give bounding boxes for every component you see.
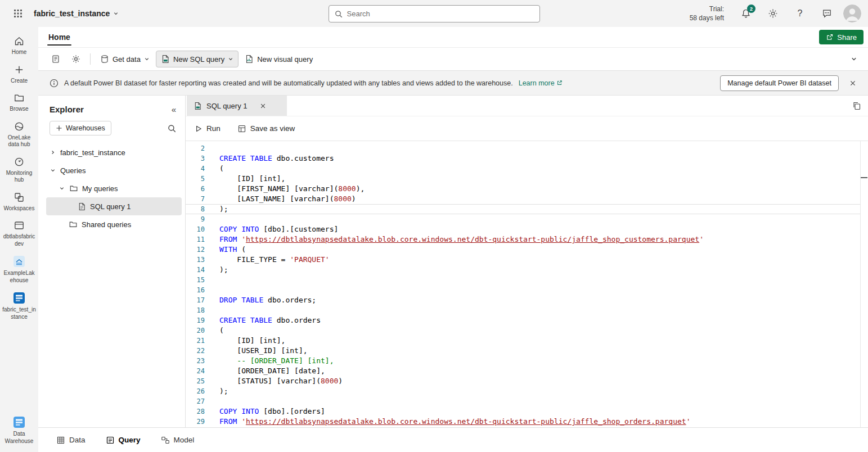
code-line[interactable]: 4( xyxy=(186,164,868,174)
sidebar-item-monitoring-hub[interactable]: Monitoring hub xyxy=(1,152,37,188)
learn-more-link[interactable]: Learn more xyxy=(519,79,563,87)
sidebar-item-examplelakehouse[interactable]: ExampleLakehouse xyxy=(1,251,37,288)
view-query-button[interactable]: Query xyxy=(106,436,141,445)
explorer-tree: fabric_test_instance Queries xyxy=(38,141,185,233)
waffle-icon xyxy=(14,9,23,18)
code-line[interactable]: 21 [ID] [int], xyxy=(186,336,868,346)
warehouse-settings-button[interactable] xyxy=(66,51,86,67)
view-query-label: Query xyxy=(119,436,141,444)
code-line[interactable]: 7 [LAST_NAME] [varchar](8000) xyxy=(186,194,868,204)
code-line[interactable]: 26); xyxy=(186,386,868,396)
tree-item-warehouse-root[interactable]: fabric_test_instance xyxy=(46,143,182,161)
code-line[interactable]: 24 [ORDER_DATE] [date], xyxy=(186,366,868,376)
tab-sql-query-1[interactable]: SQL query 1 xyxy=(187,96,287,116)
banner-message-text: A default Power BI dataset for faster re… xyxy=(64,79,513,87)
code-line[interactable]: 16 xyxy=(186,285,868,295)
line-text: ( xyxy=(205,326,224,336)
feedback-button[interactable] xyxy=(816,3,838,24)
tree-item-my-queries[interactable]: My queries xyxy=(46,179,182,197)
code-line[interactable]: 10COPY INTO [dbo].[customers] xyxy=(186,224,868,234)
sidebar-item-data-warehouse[interactable]: Data Warehouse xyxy=(1,412,37,449)
explorer-search-button[interactable] xyxy=(168,124,176,133)
tree-item-sql-query-1[interactable]: SQL query 1 xyxy=(46,197,182,215)
banner-close-button[interactable] xyxy=(844,75,861,92)
code-line[interactable]: 2 xyxy=(186,143,868,153)
code-line[interactable]: 29FROM 'https://dbtlabsynapsedatalake.bl… xyxy=(186,417,868,427)
code-line[interactable]: 12WITH ( xyxy=(186,245,868,255)
folder-icon xyxy=(14,92,25,103)
sidebar-item-onelake-data-hub[interactable]: OneLake data hub xyxy=(1,117,37,152)
workspace-switcher[interactable]: fabric_test_instance xyxy=(29,6,123,21)
tree-item-shared-queries[interactable]: Shared queries xyxy=(46,215,182,233)
code-line[interactable]: 17DROP TABLE dbo.orders; xyxy=(186,295,868,305)
code-line[interactable]: 23 -- [ORDER_DATE] [int], xyxy=(186,356,868,366)
notifications-button[interactable]: 2 xyxy=(735,3,757,24)
code-line[interactable]: 19CREATE TABLE dbo.orders xyxy=(186,315,868,326)
run-button[interactable]: Run xyxy=(195,124,221,133)
code-line[interactable]: 8); xyxy=(186,204,868,214)
code-line[interactable]: 15 xyxy=(186,275,868,285)
sidebar-item-create[interactable]: Create xyxy=(1,60,37,89)
collapse-pane-icon[interactable]: « xyxy=(172,105,176,114)
code-line[interactable]: 27 xyxy=(186,396,868,406)
editor-scrollbar[interactable] xyxy=(860,141,868,427)
help-button[interactable]: ? xyxy=(789,3,811,24)
account-avatar[interactable] xyxy=(843,4,861,22)
sidebar-item-workspaces[interactable]: Workspaces xyxy=(1,188,37,216)
sql-query-icon xyxy=(194,102,202,110)
manage-default-dataset-button[interactable]: Manage default Power BI dataset xyxy=(720,75,839,91)
code-line[interactable]: 6 [FIRST_NAME] [varchar](8000), xyxy=(186,184,868,194)
code-line[interactable]: 3CREATE TABLE dbo.customers xyxy=(186,153,868,164)
new-report-button[interactable] xyxy=(46,51,65,67)
line-text: ); xyxy=(205,204,228,214)
code-line[interactable]: 22 [USER_ID] [int], xyxy=(186,346,868,356)
code-line[interactable]: 14); xyxy=(186,265,868,275)
code-line[interactable]: 11FROM 'https://dbtlabsynapsedatalake.bl… xyxy=(186,234,868,245)
search-box[interactable] xyxy=(329,5,540,22)
code-editor[interactable]: 23CREATE TABLE dbo.customers4(5 [ID] [in… xyxy=(186,141,868,427)
tab-home[interactable]: Home xyxy=(46,27,73,47)
line-number: 24 xyxy=(186,366,205,376)
code-line[interactable]: 28COPY INTO [dbo].[orders] xyxy=(186,406,868,417)
line-number: 23 xyxy=(186,356,205,366)
code-line[interactable]: 5 [ID] [int], xyxy=(186,174,868,184)
line-number: 14 xyxy=(186,265,205,275)
view-model-button[interactable]: Model xyxy=(161,436,195,445)
sidebar-item-browse[interactable]: Browse xyxy=(1,88,37,117)
line-number: 27 xyxy=(186,396,205,406)
code-line[interactable]: 9 xyxy=(186,214,868,224)
ribbon-expand-button[interactable] xyxy=(845,51,862,67)
save-as-view-button[interactable]: Save as view xyxy=(237,124,295,133)
app-launcher-icon[interactable] xyxy=(7,2,29,25)
code-line[interactable]: 20( xyxy=(186,326,868,336)
learn-more-label: Learn more xyxy=(519,79,555,87)
banner-message: A default Power BI dataset for faster re… xyxy=(64,79,563,87)
chevron-down-icon xyxy=(228,56,233,62)
code-line[interactable]: 18 xyxy=(186,305,868,315)
run-label: Run xyxy=(206,124,221,133)
code-line[interactable]: 13 FILE_TYPE = 'PARQUET' xyxy=(186,255,868,265)
manage-default-dataset-label: Manage default Power BI dataset xyxy=(727,79,831,87)
get-data-button[interactable]: Get data xyxy=(95,51,155,67)
sidebar-item-label: Workspaces xyxy=(4,205,35,213)
new-sql-query-button[interactable]: New SQL query xyxy=(156,51,239,67)
new-visual-query-button[interactable]: New visual query xyxy=(240,51,318,67)
sidebar-item-fabric-test-instance[interactable]: fabric_test_instance xyxy=(1,288,37,324)
tree-item-queries[interactable]: Queries xyxy=(46,161,182,179)
line-text: ( xyxy=(205,164,224,174)
sidebar-item-label: Monitoring hub xyxy=(2,170,36,184)
code-line[interactable]: 25 [STATUS] [varchar](8000) xyxy=(186,376,868,386)
trial-days-left: 58 days left xyxy=(690,13,724,22)
tab-close-button[interactable] xyxy=(258,100,269,111)
settings-button[interactable] xyxy=(762,3,784,24)
view-data-button[interactable]: Data xyxy=(56,436,86,445)
copy-button[interactable] xyxy=(852,101,861,110)
sidebar-item-dbtlabsfabricdev[interactable]: dbtlabsfabricdev xyxy=(1,216,37,251)
line-number: 10 xyxy=(186,224,205,234)
add-warehouses-button[interactable]: Warehouses xyxy=(50,121,111,135)
sidebar-item-home[interactable]: Home xyxy=(1,31,37,60)
close-icon xyxy=(849,80,856,87)
warehouses-label: Warehouses xyxy=(66,124,105,132)
search-input[interactable] xyxy=(347,10,534,18)
share-button[interactable]: Share xyxy=(819,30,863,44)
